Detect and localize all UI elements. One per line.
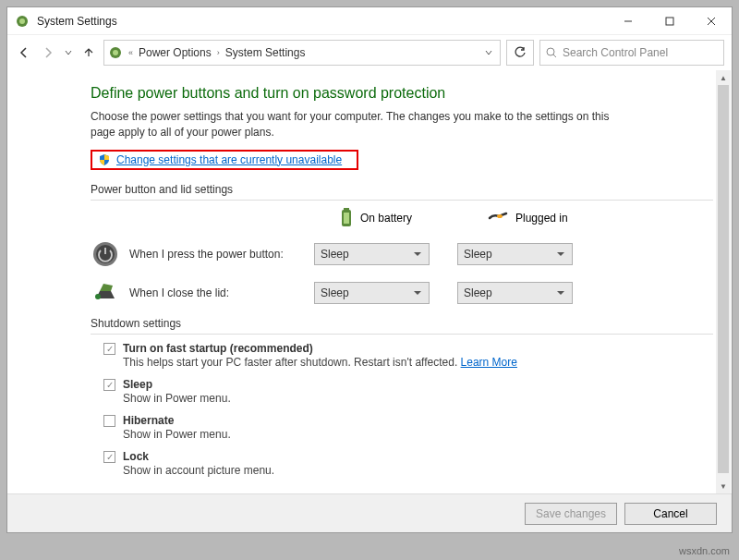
search-icon <box>546 47 557 58</box>
on-battery-label: On battery <box>360 212 412 225</box>
power-button-plugged-select[interactable]: Sleep <box>457 243 573 265</box>
minimize-button[interactable] <box>607 7 648 34</box>
up-button[interactable] <box>79 43 98 62</box>
search-input[interactable]: Search Control Panel <box>539 40 724 66</box>
shutdown-settings: Turn on fast startup (recommended) This … <box>103 342 713 482</box>
window-title: System Settings <box>37 15 607 28</box>
page-description: Choose the power settings that you want … <box>91 109 626 140</box>
power-button-label: When I press the power button: <box>129 248 314 261</box>
plugged-in-label: Plugged in <box>515 212 568 225</box>
column-on-battery: On battery <box>340 208 460 228</box>
chevron-right-icon: › <box>215 48 222 57</box>
battery-icon <box>340 208 353 228</box>
watermark: wsxdn.com <box>679 545 730 556</box>
breadcrumb-power-options[interactable]: Power Options <box>139 46 212 59</box>
power-button-icon <box>91 239 120 269</box>
forward-button[interactable] <box>39 43 57 62</box>
titlebar: System Settings <box>7 7 732 35</box>
change-settings-link[interactable]: Change settings that are currently unava… <box>116 153 342 166</box>
learn-more-link[interactable]: Learn More <box>461 356 517 369</box>
save-button[interactable]: Save changes <box>525 503 617 525</box>
maximize-button[interactable] <box>648 7 690 34</box>
lid-icon <box>91 278 120 308</box>
search-placeholder: Search Control Panel <box>563 46 668 59</box>
svg-point-16 <box>95 294 101 299</box>
close-lid-battery-select[interactable]: Sleep <box>314 282 430 304</box>
svg-line-9 <box>553 55 556 57</box>
checkbox-hibernate: Hibernate Show in Power menu. <box>103 414 713 446</box>
nav-row: « Power Options › System Settings Search… <box>7 35 732 70</box>
location-icon <box>108 45 123 60</box>
close-lid-label: When I close the lid: <box>129 286 314 299</box>
shield-icon <box>98 153 111 166</box>
refresh-button[interactable] <box>506 40 534 66</box>
breadcrumb[interactable]: « Power Options › System Settings <box>103 40 501 66</box>
hibernate-sub: Show in Power menu. <box>123 428 231 441</box>
fast-startup-checkbox[interactable] <box>103 343 115 355</box>
fast-startup-sub: This helps start your PC faster after sh… <box>123 356 517 369</box>
window: System Settings « Power Options › System… <box>6 6 733 533</box>
plug-icon <box>488 212 508 225</box>
close-lid-plugged-select[interactable]: Sleep <box>457 282 573 304</box>
sleep-title: Sleep <box>123 378 231 391</box>
close-button[interactable] <box>690 7 732 34</box>
breadcrumb-system-settings[interactable]: System Settings <box>225 46 306 59</box>
history-dropdown[interactable] <box>63 47 74 58</box>
breadcrumb-dropdown[interactable] <box>485 46 496 59</box>
checkbox-lock: Lock Show in account picture menu. <box>103 450 713 482</box>
sleep-sub: Show in Power menu. <box>123 392 231 405</box>
svg-point-13 <box>497 214 503 218</box>
column-plugged-in: Plugged in <box>488 212 608 225</box>
svg-rect-10 <box>344 208 349 210</box>
lock-title: Lock <box>123 450 274 463</box>
svg-point-1 <box>19 18 25 24</box>
cancel-button[interactable]: Cancel <box>624 503 717 525</box>
hibernate-checkbox[interactable] <box>103 415 115 427</box>
lock-sub: Show in account picture menu. <box>123 464 274 477</box>
section-shutdown: Shutdown settings <box>91 317 713 335</box>
svg-point-8 <box>547 48 554 55</box>
row-close-lid: When I close the lid: Sleep Sleep <box>91 278 713 308</box>
column-headers: On battery Plugged in <box>91 208 713 228</box>
svg-point-7 <box>113 50 118 55</box>
window-controls <box>607 7 732 34</box>
chevron-left-icon: « <box>127 48 135 57</box>
page-heading: Define power buttons and turn on passwor… <box>91 85 713 102</box>
fast-startup-title: Turn on fast startup (recommended) <box>123 342 517 355</box>
hibernate-title: Hibernate <box>123 414 231 427</box>
checkbox-fast-startup: Turn on fast startup (recommended) This … <box>103 342 713 374</box>
content-area: Define power buttons and turn on passwor… <box>7 70 732 493</box>
svg-rect-3 <box>666 18 673 25</box>
highlight-box: Change settings that are currently unava… <box>91 150 358 170</box>
footer: Save changes Cancel <box>7 493 732 532</box>
checkbox-sleep: Sleep Show in Power menu. <box>103 378 713 410</box>
back-button[interactable] <box>15 43 33 62</box>
sleep-checkbox[interactable] <box>103 379 115 391</box>
row-power-button: When I press the power button: Sleep Sle… <box>91 239 713 269</box>
app-icon <box>15 14 30 29</box>
power-button-battery-select[interactable]: Sleep <box>314 243 430 265</box>
section-power-button-lid: Power button and lid settings <box>91 183 713 201</box>
svg-rect-12 <box>344 213 349 224</box>
lock-checkbox[interactable] <box>103 451 115 463</box>
